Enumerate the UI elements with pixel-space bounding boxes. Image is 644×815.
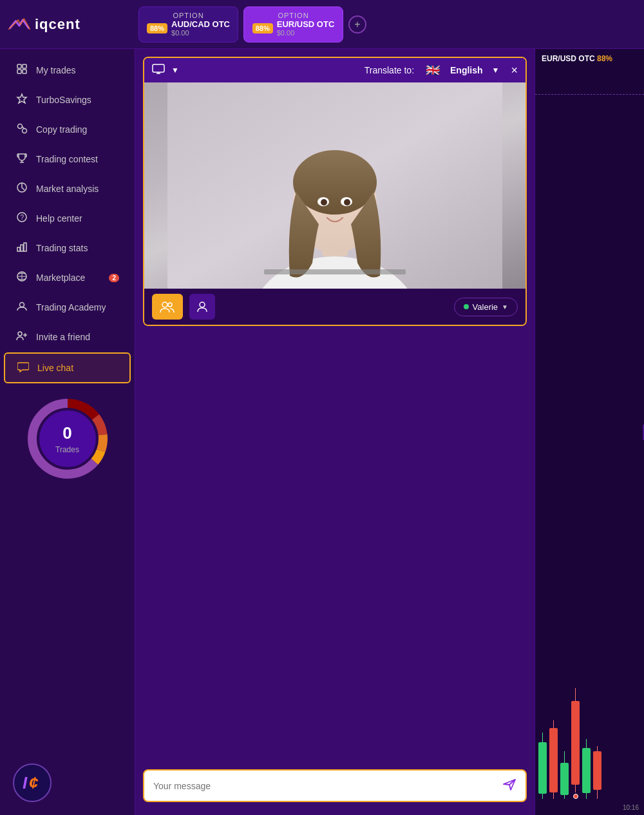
logo-icon — [8, 15, 31, 34]
sidebar: My trades TurboSavings Copy trading Trad… — [0, 49, 135, 815]
candle-2 — [549, 720, 558, 799]
video-body — [144, 82, 526, 289]
option-tab-2-price: $0.00 — [277, 29, 335, 37]
trades-center: 0 Trades — [55, 423, 79, 455]
sidebar-label-market-analysis: Market analysis — [36, 184, 99, 194]
bottom-logo[interactable]: I ¢ — [13, 763, 52, 802]
agent-video-svg — [167, 82, 502, 289]
turbo-savings-icon — [15, 93, 28, 107]
content-area: ▼ Translate to: 🇬🇧 English ▼ × — [135, 49, 535, 815]
svg-point-32 — [321, 199, 327, 206]
sidebar-item-turbo-savings[interactable]: TurboSavings — [4, 86, 131, 114]
translate-label: Translate to: — [365, 65, 414, 75]
video-footer: Valerie ▼ — [144, 289, 526, 325]
svg-text:I: I — [23, 773, 28, 792]
lang-chevron-icon[interactable]: ▼ — [492, 66, 500, 75]
my-trades-icon — [15, 63, 28, 77]
group-view-button[interactable] — [152, 294, 183, 320]
marketplace-icon — [15, 271, 28, 285]
agent-name-text: Valerie — [473, 302, 498, 312]
sidebar-item-invite-friend[interactable]: Invite a friend — [4, 323, 131, 351]
svg-point-33 — [344, 199, 350, 206]
sidebar-label-live-chat: Live chat — [37, 363, 73, 373]
trades-widget: 0 Trades — [26, 397, 109, 481]
message-input[interactable] — [153, 781, 502, 791]
person-view-button[interactable] — [189, 294, 215, 320]
sidebar-label-copy-trading: Copy trading — [36, 124, 87, 135]
svg-rect-3 — [23, 70, 26, 73]
svg-point-4 — [18, 124, 23, 129]
trading-stats-icon — [15, 241, 28, 255]
option-tab-2[interactable]: Option 88% EUR/USD OTC $0.00 — [243, 6, 343, 43]
svg-text:?: ? — [21, 214, 24, 221]
video-panel: ▼ Translate to: 🇬🇧 English ▼ × — [143, 57, 527, 326]
sidebar-label-turbo-savings: TurboSavings — [36, 95, 91, 105]
sidebar-item-market-analysis[interactable]: Market analysis — [4, 175, 131, 203]
sidebar-item-trading-stats[interactable]: Trading stats — [4, 234, 131, 262]
option-tab-1[interactable]: Option 88% AUD/CAD OTC $0.00 — [138, 6, 238, 43]
close-video-button[interactable]: × — [511, 64, 518, 77]
svg-rect-34 — [264, 269, 406, 274]
sidebar-label-trading-contest: Trading contest — [36, 154, 98, 164]
svg-rect-10 — [21, 245, 23, 251]
svg-point-37 — [200, 302, 205, 307]
chart-area: EUR/USD OTC 88% — [535, 49, 644, 815]
logo-text: iqcent — [35, 16, 80, 33]
sidebar-item-trading-academy[interactable]: Trading Academy — [4, 293, 131, 321]
candle-5 — [582, 739, 591, 799]
svg-point-13 — [20, 303, 24, 307]
svg-point-36 — [168, 303, 172, 307]
screen-chevron-icon[interactable]: ▼ — [171, 66, 179, 75]
svg-rect-11 — [24, 243, 26, 251]
svg-text:¢: ¢ — [29, 773, 39, 792]
main-layout: My trades TurboSavings Copy trading Trad… — [0, 49, 644, 815]
trading-contest-icon — [15, 152, 28, 166]
chart-pct: 88% — [597, 54, 612, 63]
bottom-logo-svg: I ¢ — [20, 771, 44, 795]
chart-header: EUR/USD OTC 88% — [535, 49, 644, 68]
dashed-price-line — [535, 94, 644, 95]
option-tab-2-pct: 88% — [252, 23, 273, 34]
agent-name-badge: Valerie ▼ — [454, 298, 518, 316]
flag-icon: 🇬🇧 — [426, 63, 440, 77]
svg-point-35 — [162, 302, 167, 307]
chart-content: 10:16 — [535, 68, 644, 815]
sidebar-label-help-center: Help center — [36, 213, 82, 224]
sidebar-label-trading-academy: Trading Academy — [36, 302, 106, 312]
svg-rect-1 — [23, 64, 26, 68]
sidebar-label-trading-stats: Trading stats — [36, 243, 88, 253]
candle-1 — [538, 733, 547, 799]
chart-time: 10:16 — [623, 804, 639, 811]
sidebar-item-trading-contest[interactable]: Trading contest — [4, 145, 131, 173]
svg-point-5 — [23, 129, 27, 133]
sidebar-item-marketplace[interactable]: Marketplace 2 — [4, 264, 131, 292]
candle-6 — [593, 746, 601, 799]
invite-friend-icon — [15, 330, 28, 344]
option-tab-1-pair: AUD/CAD OTC — [171, 19, 230, 29]
sidebar-label-my-trades: My trades — [36, 65, 75, 75]
online-indicator — [464, 304, 469, 309]
candle-3 — [560, 751, 569, 799]
sidebar-item-help-center[interactable]: ? Help center — [4, 204, 131, 233]
add-tab-button[interactable]: + — [348, 15, 366, 34]
help-center-icon: ? — [15, 211, 28, 225]
option-tab-1-label: Option — [173, 12, 204, 19]
svg-point-14 — [18, 332, 22, 336]
svg-rect-24 — [153, 64, 164, 72]
sidebar-item-copy-trading[interactable]: Copy trading — [4, 115, 131, 144]
top-bar: iqcent Option 88% AUD/CAD OTC $0.00 Opti… — [0, 0, 644, 49]
sidebar-item-live-chat[interactable]: Live chat — [4, 352, 131, 383]
copy-trading-icon — [15, 122, 28, 137]
svg-rect-9 — [17, 247, 20, 251]
svg-rect-0 — [17, 64, 21, 68]
trading-academy-icon — [15, 300, 28, 314]
logo-area: iqcent — [8, 15, 133, 34]
send-message-button[interactable] — [502, 777, 516, 794]
sidebar-label-marketplace: Marketplace — [36, 273, 85, 283]
trades-count: 0 — [55, 423, 79, 443]
chart-pair: EUR/USD OTC — [542, 54, 595, 63]
bottom-logo-area: I ¢ — [0, 788, 135, 809]
sidebar-item-my-trades[interactable]: My trades — [4, 56, 131, 84]
svg-point-29 — [293, 150, 377, 215]
agent-chevron-icon[interactable]: ▼ — [502, 303, 508, 311]
